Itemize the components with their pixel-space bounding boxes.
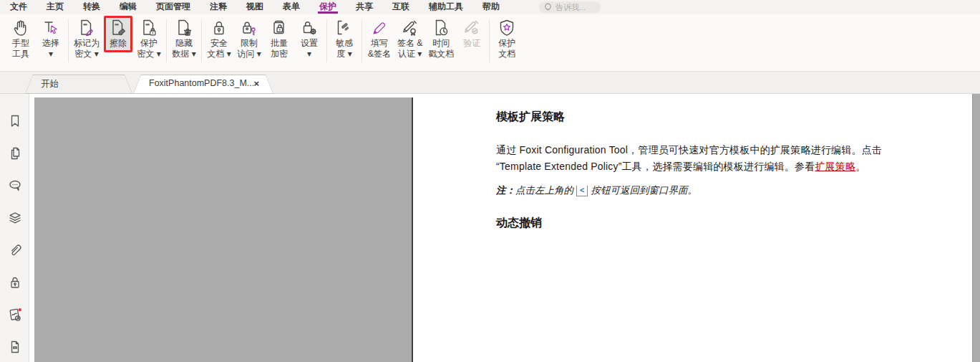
ribbon-separator xyxy=(326,19,327,62)
comments-icon xyxy=(7,178,23,194)
menu-tab-comment[interactable]: 注释 xyxy=(210,0,227,14)
menu-tab-view[interactable]: 视图 xyxy=(246,0,263,14)
fill-sign-label: 填写 xyxy=(371,38,388,49)
verify-button[interactable]: 验证 xyxy=(457,16,486,52)
menu-tab-file[interactable]: 文件 xyxy=(10,0,27,14)
digital-signature-icon xyxy=(6,306,24,323)
sign-certify-label2: 认证 ▾ xyxy=(398,49,422,59)
menu-tab-share[interactable]: 共享 xyxy=(356,0,373,14)
protect-document-icon xyxy=(497,18,517,38)
ribbon-separator xyxy=(68,19,69,62)
sensitivity-icon xyxy=(334,18,354,38)
mark-redaction-icon xyxy=(77,18,97,38)
extended-policy-link[interactable]: 扩展策略 xyxy=(815,161,855,172)
batch-encrypt-button[interactable]: 批量 加密 xyxy=(265,16,293,62)
close-icon[interactable]: × xyxy=(253,78,259,89)
doc-note-line: 注：点击左上角的<按钮可返回到窗口界面。 xyxy=(496,184,697,197)
menu-tab-organize[interactable]: 页面管理 xyxy=(156,0,190,14)
timestamp-document-button[interactable]: 时间 戳文档 xyxy=(426,16,456,62)
select-label: 选择 xyxy=(42,38,59,49)
sidebar-digital-signatures-button[interactable] xyxy=(0,298,29,330)
select-button[interactable]: 选择 ▾ xyxy=(37,16,65,62)
menu-tab-edit[interactable]: 编辑 xyxy=(120,0,137,14)
vertical-scrollbar[interactable] xyxy=(972,94,980,362)
batch-encrypt-icon xyxy=(269,18,289,38)
restrict-access-icon xyxy=(239,18,259,38)
hidden-data-icon xyxy=(174,18,194,38)
menu-tab-accessibility[interactable]: 辅助工具 xyxy=(429,0,463,14)
menu-tab-protect[interactable]: 保护 xyxy=(319,0,336,14)
tab-start-label: 开始 xyxy=(41,78,59,90)
security-settings-label: 设置 xyxy=(301,38,318,49)
page-image-region xyxy=(34,97,413,362)
hand-tool-button[interactable]: 手型 工具 xyxy=(6,16,35,62)
protect-redaction-button[interactable]: 保护 密文 ▾ xyxy=(135,16,163,62)
tell-me-search[interactable]: 告诉我... xyxy=(539,1,601,13)
security-settings-caret: ▾ xyxy=(307,49,311,59)
sidebar-layers-button[interactable] xyxy=(0,201,29,234)
doc-paragraph-line2: “Template Extended Policy”工具，选择需要编辑的模板进行… xyxy=(496,159,865,173)
sidebar-comments-button[interactable] xyxy=(0,169,29,201)
pages-icon xyxy=(7,146,23,161)
document-area: 模板扩展策略 通过 Foxit Configuration Tool，管理员可快… xyxy=(0,94,980,362)
hand-tool-label2: 工具 xyxy=(12,49,29,59)
sign-certify-button[interactable]: 签名 & 认证 ▾ xyxy=(395,16,424,62)
timestamp-label2: 戳文档 xyxy=(428,49,454,59)
protect-document-button[interactable]: 保护 文档 xyxy=(493,16,521,62)
protect-redaction-label2: 密文 ▾ xyxy=(137,49,160,59)
menu-tab-convert[interactable]: 转换 xyxy=(83,0,100,14)
sidebar-attachments-button[interactable] xyxy=(0,234,29,266)
fill-sign-label2: &签名 xyxy=(368,49,391,59)
hand-icon xyxy=(11,18,31,38)
menu-tab-connect[interactable]: 互联 xyxy=(392,0,409,14)
erase-button[interactable]: 擦除 xyxy=(104,16,132,52)
menu-tab-home[interactable]: 主页 xyxy=(47,0,64,14)
notification-badge xyxy=(18,308,21,311)
batch-encrypt-label2: 加密 xyxy=(271,49,288,59)
doc-paragraph-line2-text: “Template Extended Policy”工具，选择需要编辑的模板进行… xyxy=(496,161,815,172)
protect-ribbon: 手型 工具 选择 ▾ 标记为 密文 ▾ xyxy=(0,14,980,72)
hidden-data-label2: 数据 ▾ xyxy=(172,49,195,59)
menu-tab-help[interactable]: 帮助 xyxy=(482,0,500,14)
sidebar-pages-button[interactable] xyxy=(0,137,29,169)
layers-icon xyxy=(7,210,23,226)
note-text-before: 点击左上角的 xyxy=(515,185,573,196)
ribbon-separator xyxy=(489,19,490,62)
restrict-access-label2: 访问 ▾ xyxy=(237,49,261,59)
restrict-access-button[interactable]: 限制 访问 ▾ xyxy=(235,16,263,62)
timestamp-label: 时间 xyxy=(432,38,450,49)
protect-redaction-label: 保护 xyxy=(140,38,157,49)
restrict-access-label: 限制 xyxy=(241,38,258,49)
sidebar-bookmarks-button[interactable] xyxy=(0,105,29,137)
sensitivity-label: 敏感 xyxy=(336,38,353,49)
sidebar-security-button[interactable] xyxy=(0,266,29,298)
select-text-icon xyxy=(41,18,61,38)
foxit-phantompdf-window: 文件 主页 转换 编辑 页面管理 注释 视图 表单 保护 共享 互联 辅助工具 … xyxy=(0,0,980,362)
erase-label: 擦除 xyxy=(110,38,127,49)
ribbon-separator xyxy=(362,19,362,62)
sign-certify-icon xyxy=(400,18,420,38)
secure-document-button[interactable]: 安全 文档 ▾ xyxy=(205,16,233,62)
note-prefix: 注： xyxy=(496,185,515,196)
security-settings-button[interactable]: 设置 ▾ xyxy=(295,16,324,62)
note-text-after: 按钮可返回到窗口界面。 xyxy=(591,185,697,196)
sensitivity-label2: 度 ▾ xyxy=(336,49,351,59)
verify-label: 验证 xyxy=(463,38,480,49)
sidebar-fields-button[interactable] xyxy=(0,330,29,362)
hidden-data-button[interactable]: 隐藏 数据 ▾ xyxy=(170,16,198,62)
sign-certify-label: 签名 & xyxy=(397,38,422,49)
search-placeholder: 告诉我... xyxy=(556,2,586,13)
hidden-data-label: 隐藏 xyxy=(175,38,193,49)
lightbulb-icon xyxy=(543,2,553,12)
tab-start[interactable]: 开始 xyxy=(25,75,132,94)
tab-document-label: FoxitPhantomPDF8.3_M... xyxy=(149,78,254,88)
fill-sign-icon xyxy=(369,18,389,38)
protect-document-label: 保护 xyxy=(498,38,515,49)
mark-for-redaction-button[interactable]: 标记为 密文 ▾ xyxy=(72,16,102,62)
menu-tab-form[interactable]: 表单 xyxy=(283,0,300,14)
sensitivity-button[interactable]: 敏感 度 ▾ xyxy=(330,16,359,62)
tab-document[interactable]: FoxitPhantomPDF8.3_M... × xyxy=(133,75,273,94)
doc-paragraph-line1: 通过 Foxit Configuration Tool，管理员可快速对官方模板中… xyxy=(496,143,882,157)
back-button-glyph-icon: < xyxy=(576,186,588,196)
fill-sign-button[interactable]: 填写 &签名 xyxy=(365,16,394,62)
